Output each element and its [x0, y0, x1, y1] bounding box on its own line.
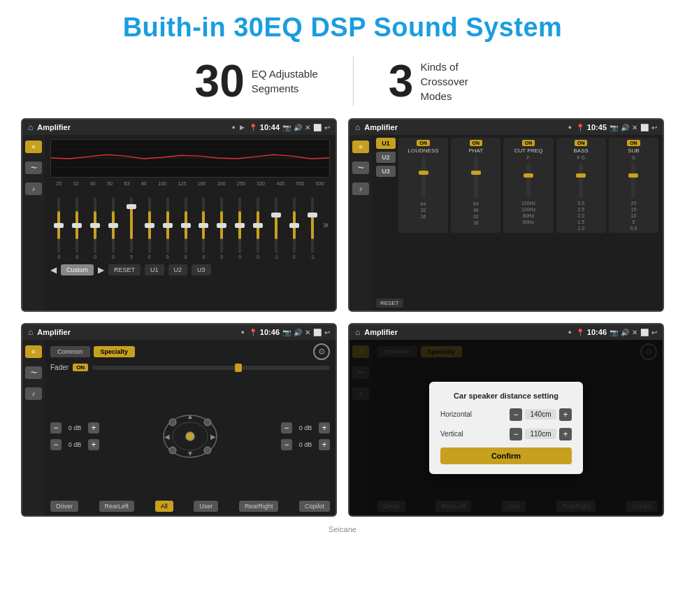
loudness-val: 64	[421, 201, 426, 206]
user-btn[interactable]: User	[194, 501, 218, 512]
status-icons-4: 📍 10:46 📷 🔊 ✕ ⬜ ↩	[576, 328, 657, 336]
vol-minus-4[interactable]: −	[281, 439, 292, 450]
eq-slider-10[interactable]: 0	[215, 189, 229, 259]
reset-btn-xover[interactable]: RESET	[376, 299, 403, 308]
settings-icon[interactable]: ⚙	[313, 343, 330, 360]
eq-slider-12[interactable]: 0	[251, 189, 266, 259]
side-icon-eq-2[interactable]: ≡	[352, 141, 369, 153]
side-icon-vol[interactable]: ♪	[25, 182, 42, 195]
eq-slider-1[interactable]: 0	[52, 189, 66, 259]
u2-btn-1[interactable]: U2	[168, 264, 188, 275]
eq-slider-6[interactable]: 0	[142, 189, 157, 259]
side-icon-vol-3[interactable]: ♪	[25, 387, 42, 400]
horizontal-row: Horizontal − 140cm +	[440, 408, 572, 421]
vol-val-3: 0 dB	[295, 424, 316, 431]
vol-plus-1[interactable]: +	[88, 422, 99, 434]
vol-minus-3[interactable]: −	[281, 422, 292, 434]
eq-slider-8[interactable]: 0	[178, 189, 193, 259]
loudness-slider[interactable]	[421, 157, 426, 199]
crossover-channels: ON LOUDNESS 64 32 16 ON PHAT	[398, 138, 658, 233]
ch-on-loudness: ON	[417, 140, 430, 146]
bass-slider[interactable]	[579, 163, 583, 198]
side-icon-eq-3[interactable]: ≡	[25, 345, 42, 358]
home-icon-3[interactable]: ⌂	[28, 327, 33, 337]
side-icon-eq[interactable]: ≡	[25, 141, 42, 153]
custom-btn[interactable]: Custom	[61, 264, 94, 275]
expand-icon-1[interactable]: »	[323, 219, 329, 230]
svg-point-11	[169, 419, 176, 426]
fader-on-badge: ON	[73, 364, 88, 371]
rearright-btn[interactable]: RearRight	[239, 501, 279, 512]
vol-minus-1[interactable]: −	[50, 422, 62, 434]
status-bar-4: ⌂ Amplifier ● 📍 10:46 📷 🔊 ✕ ⬜ ↩	[349, 324, 663, 340]
fader-slider[interactable]	[92, 366, 330, 370]
u3-btn-xover[interactable]: U3	[376, 166, 396, 177]
home-icon-4[interactable]: ⌂	[355, 327, 360, 337]
vertical-minus[interactable]: −	[510, 428, 522, 440]
ch-bass: ON BASS F G 3.0 2.5 2.0 1.5 1.0	[556, 138, 606, 233]
specialty-tab[interactable]: Specialty	[94, 346, 136, 357]
eq-slider-3[interactable]: 0	[88, 189, 103, 259]
stats-row: 30 EQ Adjustable Segments 3 Kinds of Cro…	[0, 50, 685, 118]
vol-row-4: − 0 dB +	[281, 439, 330, 450]
u1-btn-xover[interactable]: U1	[376, 138, 396, 149]
eq-slider-4[interactable]: 0	[106, 189, 121, 259]
common-tab[interactable]: Common	[50, 346, 90, 357]
speaker-diagram: ▲ ▼ ◀ ▶	[106, 375, 274, 497]
screen-fader: ⌂ Amplifier ● 📍 10:46 📷 🔊 ✕ ⬜ ↩ ≡ 〜 ♪	[21, 323, 337, 517]
vertical-value: 110cm	[525, 429, 556, 439]
vol-plus-3[interactable]: +	[319, 422, 330, 434]
home-icon-2[interactable]: ⌂	[355, 122, 360, 132]
side-icon-vol-2[interactable]: ♪	[352, 182, 369, 195]
eq-slider-5[interactable]: 5	[124, 189, 139, 259]
eq-slider-11[interactable]: 0	[233, 189, 247, 259]
eq-slider-14[interactable]: 0	[287, 189, 301, 259]
eq-slider-15[interactable]: -1	[305, 189, 319, 259]
side-icon-wave[interactable]: 〜	[25, 162, 42, 174]
all-btn[interactable]: All	[155, 501, 173, 512]
eq-slider-13[interactable]: -1	[269, 189, 284, 259]
dialog-title: Car speaker distance setting	[440, 392, 572, 400]
driver-btn[interactable]: Driver	[50, 501, 78, 512]
vol-plus-2[interactable]: +	[88, 439, 99, 450]
side-icons-3: ≡ 〜 ♪	[22, 340, 45, 515]
ch-name-loudness: LOUDNESS	[408, 148, 439, 154]
eq-next-btn[interactable]: ▶	[98, 265, 104, 275]
copilot-btn[interactable]: Copilot	[299, 501, 330, 512]
vertical-row: Vertical − 110cm +	[440, 428, 572, 440]
eq-prev-btn[interactable]: ◀	[50, 265, 57, 275]
status-bar-1: ⌂ Amplifier ● ▶ 📍 10:44 📷 🔊 ✕ ⬜ ↩	[22, 120, 336, 135]
ch-sub: ON SUB G 20 15 10 5 0.5	[609, 138, 658, 233]
reset-btn-1[interactable]: RESET	[108, 264, 140, 275]
vol-val-2: 0 dB	[64, 441, 85, 448]
side-icon-wave-3[interactable]: 〜	[25, 366, 42, 379]
u1-btn-1[interactable]: U1	[145, 264, 164, 275]
status-bar-2: ⌂ Amplifier ● 📍 10:45 📷 🔊 ✕ ⬜ ↩	[349, 120, 663, 135]
home-icon-1[interactable]: ⌂	[28, 122, 33, 132]
eq-slider-2[interactable]: 0	[70, 189, 85, 259]
cutfreq-slider[interactable]	[526, 163, 531, 198]
screen-crossover: ⌂ Amplifier ● 📍 10:45 📷 🔊 ✕ ⬜ ↩ ≡ 〜 ♪	[348, 118, 664, 312]
sub-slider[interactable]	[631, 163, 635, 198]
confirm-button[interactable]: Confirm	[440, 447, 572, 464]
u2-btn-xover[interactable]: U2	[376, 152, 396, 163]
phat-slider[interactable]	[474, 157, 478, 199]
vertical-plus[interactable]: +	[559, 428, 572, 440]
horizontal-minus[interactable]: −	[510, 408, 522, 421]
horizontal-plus[interactable]: +	[559, 408, 572, 421]
eq-slider-9[interactable]: 0	[196, 189, 211, 259]
crossover-stat: 3 Kinds of Crossover Modes	[354, 59, 526, 103]
eq-slider-7[interactable]: 0	[160, 189, 175, 259]
screen-eq: ⌂ Amplifier ● ▶ 📍 10:44 📷 🔊 ✕ ⬜ ↩ ≡ 〜 ♪	[21, 118, 337, 312]
vol-row-3: − 0 dB +	[281, 422, 330, 434]
ch-name-bass: BASS	[574, 148, 589, 154]
vol-minus-2[interactable]: −	[50, 439, 62, 450]
rearleft-btn[interactable]: RearLeft	[99, 501, 135, 512]
speaker-select-btns: Driver RearLeft All User RearRight Copil…	[50, 501, 330, 512]
vol-row-1: − 0 dB +	[50, 422, 99, 434]
vol-plus-4[interactable]: +	[319, 439, 330, 450]
side-icon-wave-2[interactable]: 〜	[352, 162, 369, 174]
eq-number: 30	[195, 59, 245, 103]
u3-btn-1[interactable]: U3	[192, 264, 211, 275]
screen2-title: Amplifier	[364, 123, 563, 131]
